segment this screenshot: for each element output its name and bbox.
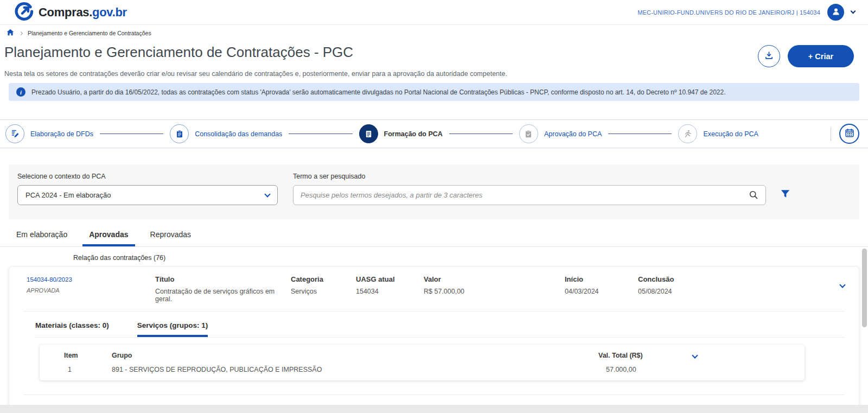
field-value: Contratação de de serviços gráficos em g… <box>155 288 291 303</box>
sort-chevron-down-icon[interactable] <box>693 352 697 359</box>
items-table-card: Item Grupo Val. Total (R$) 1 891 - SERVI… <box>40 345 805 380</box>
field-label: Valor <box>424 275 565 283</box>
pca-context-field: Selecione o contexto do PCA PCA 2024 - E… <box>17 173 278 205</box>
breadcrumb-separator-icon <box>19 31 23 35</box>
header-val-total: Val. Total (R$) <box>598 352 805 359</box>
step-label: Execução do PCA <box>703 130 758 138</box>
cell-grupo: 891 - SERVIÇOS DE REPRODUÇÃO, PUBLICAÇÃO… <box>112 366 598 373</box>
user-menu-chevron-down-icon[interactable] <box>851 9 856 14</box>
page-actions: + Criar <box>758 45 854 67</box>
user-area: MEC-UNIRIO-FUND.UNIVERS DO RIO DE JANEIR… <box>637 4 855 21</box>
pca-stepper: Elaboração de DFDs Consolidação das dema… <box>0 119 868 148</box>
results-count-label: Relação das contratações (76) <box>73 254 868 262</box>
calendar-button[interactable] <box>839 124 859 144</box>
step-consolidacao-demandas[interactable]: Consolidação das demandas <box>170 124 289 143</box>
page-subtitle: Nesta tela os setores de contratações de… <box>0 67 868 78</box>
title-row: Planejamento e Gerenciamento de Contrata… <box>0 41 868 67</box>
info-banner-text: Prezado Usuário, a partir do dia 16/05/2… <box>31 88 726 96</box>
download-icon <box>764 51 774 62</box>
subtab-materiais[interactable]: Materiais (classes: 0) <box>35 321 109 337</box>
field-label: Categoria <box>291 275 356 283</box>
document-icon <box>359 124 378 143</box>
contract-field-valor: Valor R$ 57.000,00 <box>424 275 565 295</box>
header-val-total-label: Val. Total (R$) <box>598 352 643 359</box>
contract-id-column: 154034-80/2023 APROVADA <box>27 275 155 294</box>
contract-id-link[interactable]: 154034-80/2023 <box>27 276 155 283</box>
info-banner: i Prezado Usuário, a partir do dia 16/05… <box>9 83 859 101</box>
pca-context-select[interactable]: PCA 2024 - Em elaboração <box>17 185 278 205</box>
download-button[interactable] <box>758 45 780 67</box>
create-button[interactable]: + Criar <box>788 45 854 67</box>
clipboard-check-icon <box>519 124 538 143</box>
runner-icon <box>678 124 697 143</box>
step-connector <box>289 134 352 134</box>
field-value: 04/03/2024 <box>565 288 638 295</box>
search-term-label: Termo a ser pesquisado <box>293 173 766 180</box>
cell-item: 1 <box>40 366 112 373</box>
stepper-divider <box>831 127 831 141</box>
vertical-scrollbar-thumb[interactable] <box>862 249 867 327</box>
breadcrumb: Planejamento e Gerenciamento de Contrata… <box>0 25 868 41</box>
contract-status-badge: APROVADA <box>27 287 155 294</box>
field-label: Início <box>565 275 638 283</box>
status-tabs: Em elaboração Aprovadas Reprovadas <box>0 228 868 247</box>
search-term-field: Termo a ser pesquisado <box>293 173 766 205</box>
filter-panel: Selecione o contexto do PCA PCA 2024 - E… <box>9 164 859 219</box>
subtab-servicos[interactable]: Serviços (grupos: 1) <box>137 321 208 337</box>
step-connector <box>100 134 163 134</box>
contract-row: 154034-80/2023 APROVADA Título Contrataç… <box>23 275 845 303</box>
search-input[interactable] <box>293 185 766 205</box>
search-icon[interactable] <box>749 190 758 202</box>
contract-field-conclusao: Conclusão 05/08/2024 <box>638 275 714 295</box>
clipboard-icon <box>170 124 189 143</box>
pencil-document-icon <box>5 124 24 143</box>
field-label: Título <box>155 275 291 283</box>
step-connector <box>449 134 513 134</box>
step-connector <box>608 134 672 134</box>
step-label: Elaboração de DFDs <box>30 130 93 138</box>
pca-context-value: PCA 2024 - Em elaboração <box>25 191 111 199</box>
page-title: Planejamento e Gerenciamento de Contrata… <box>4 44 353 61</box>
field-value: 05/08/2024 <box>638 288 714 295</box>
breadcrumb-current: Planejamento e Gerenciamento de Contrata… <box>28 30 151 36</box>
compras-govbr-logo[interactable]: Compras.gov.br <box>14 2 127 23</box>
page-bottom-strip <box>0 405 868 413</box>
contract-field-inicio: Início 04/03/2024 <box>565 275 638 295</box>
items-table-row: 1 891 - SERVIÇOS DE REPRODUÇÃO, PUBLICAÇ… <box>40 366 805 373</box>
step-formacao-pca[interactable]: Formação do PCA <box>359 124 449 143</box>
field-value: 154034 <box>356 288 424 295</box>
calendar-icon <box>845 128 854 139</box>
user-avatar[interactable] <box>827 4 844 21</box>
step-label: Aprovação do PCA <box>544 130 602 138</box>
step-label: Consolidação das demandas <box>195 130 282 138</box>
row-collapse-chevron-icon[interactable] <box>840 275 845 289</box>
header-grupo: Grupo <box>112 352 598 359</box>
top-bar: Compras.gov.br MEC-UNIRIO-FUND.UNIVERS D… <box>0 0 868 25</box>
items-table-header: Item Grupo Val. Total (R$) <box>40 352 805 359</box>
logo-text: Compras.gov.br <box>39 5 127 20</box>
field-label: Conclusão <box>638 275 714 283</box>
step-execucao-pca[interactable]: Execução do PCA <box>678 124 764 143</box>
logo-icon <box>14 2 34 23</box>
home-icon[interactable] <box>7 28 14 38</box>
header-item: Item <box>40 352 112 359</box>
field-label: UASG atual <box>356 275 424 283</box>
field-value: R$ 57.000,00 <box>424 288 565 295</box>
item-type-subtabs: Materiais (classes: 0) Serviços (grupos:… <box>35 312 845 338</box>
step-label: Formação do PCA <box>384 130 443 138</box>
person-icon <box>831 7 841 18</box>
contract-card: 154034-80/2023 APROVADA Título Contrataç… <box>9 266 859 413</box>
step-aprovacao-pca[interactable]: Aprovação do PCA <box>519 124 608 143</box>
step-elaboracao-dfds[interactable]: Elaboração de DFDs <box>5 124 100 143</box>
field-value: Serviços <box>291 288 356 295</box>
contract-field-uasg: UASG atual 154034 <box>356 275 424 295</box>
tab-reprovadas[interactable]: Reprovadas <box>144 228 198 246</box>
user-org-label[interactable]: MEC-UNIRIO-FUND.UNIVERS DO RIO DE JANEIR… <box>637 9 820 16</box>
cell-val-total: 57.000,00 <box>598 366 805 373</box>
pca-context-label: Selecione o contexto do PCA <box>17 173 278 180</box>
contract-field-titulo: Título Contratação de de serviços gráfic… <box>155 275 291 303</box>
filter-funnel-icon[interactable] <box>780 189 790 205</box>
tab-em-elaboracao[interactable]: Em elaboração <box>10 228 74 246</box>
tab-aprovadas[interactable]: Aprovadas <box>82 228 135 246</box>
select-chevron-down-icon <box>264 191 270 197</box>
